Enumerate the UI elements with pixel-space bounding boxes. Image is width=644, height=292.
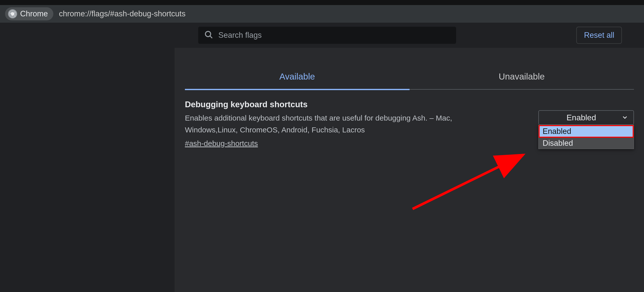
flag-item: Debugging keyboard shortcuts Enables add… (175, 90, 644, 148)
reset-all-button[interactable]: Reset all (576, 27, 622, 44)
flag-select[interactable]: Enabled (538, 110, 634, 125)
content: Available Unavailable Debugging keyboard… (175, 48, 644, 292)
flag-title: Debugging keyboard shortcuts (185, 100, 487, 109)
address-bar: Chrome chrome://flags/#ash-debug-shortcu… (0, 5, 644, 23)
chrome-badge: Chrome (5, 7, 53, 20)
window-top-bar (0, 0, 644, 5)
chrome-icon (8, 9, 17, 18)
search-icon (204, 30, 218, 40)
flag-text: Debugging keyboard shortcuts Enables add… (185, 100, 487, 148)
dropdown-option-disabled[interactable]: Disabled (539, 138, 634, 149)
flag-hash-link[interactable]: #ash-debug-shortcuts (185, 139, 258, 148)
svg-point-2 (206, 31, 211, 37)
flag-description: Enables additional keyboard shortcuts th… (185, 112, 487, 136)
sidebar-space (0, 48, 175, 292)
search-container[interactable] (198, 27, 456, 44)
flag-select-value: Enabled (567, 113, 596, 122)
chevron-down-icon (622, 113, 628, 122)
browser-name: Chrome (20, 9, 48, 18)
flag-select-wrapper: Enabled Enabled Disabled (538, 110, 634, 125)
url-text[interactable]: chrome://flags/#ash-debug-shortcuts (59, 9, 185, 18)
tabs: Available Unavailable (185, 65, 634, 90)
tab-available[interactable]: Available (185, 65, 410, 89)
tab-unavailable[interactable]: Unavailable (410, 65, 634, 89)
header-row: Reset all (0, 23, 644, 48)
dropdown-option-enabled[interactable]: Enabled (539, 125, 634, 138)
search-input[interactable] (218, 31, 450, 40)
svg-line-3 (210, 36, 212, 38)
main-area: Available Unavailable Debugging keyboard… (0, 48, 644, 292)
flag-dropdown: Enabled Disabled (538, 125, 634, 149)
